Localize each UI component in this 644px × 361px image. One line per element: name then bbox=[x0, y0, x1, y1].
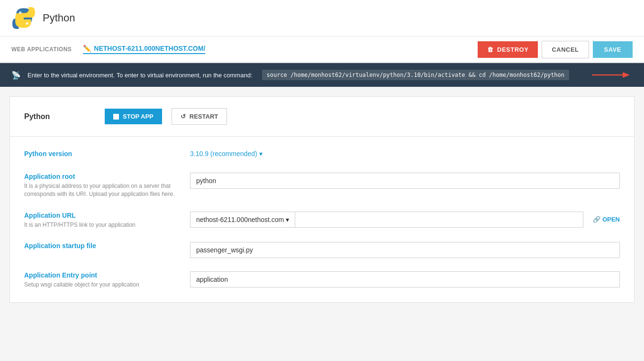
svg-point-0 bbox=[19, 11, 21, 14]
startup-file-label-col: Application startup file bbox=[24, 242, 181, 251]
url-path-input[interactable] bbox=[295, 212, 583, 228]
python-logo-icon bbox=[11, 6, 36, 30]
startup-file-control bbox=[190, 242, 620, 258]
startup-file-input[interactable] bbox=[190, 242, 620, 258]
trash-icon: 🗑 bbox=[487, 46, 494, 53]
app-title: Python bbox=[43, 12, 75, 24]
cancel-button[interactable]: CANCEL bbox=[542, 41, 589, 58]
python-version-label: Python version bbox=[24, 150, 181, 157]
application-url-control: nethost-6211.000nethost.com ▾ 🔗 OPEN bbox=[190, 212, 620, 228]
restart-label: RESTART bbox=[190, 113, 218, 120]
header: Python bbox=[0, 0, 644, 37]
nav-left: WEB APPLICATIONS ✏️ NETHOST-6211.000NETH… bbox=[11, 45, 205, 54]
application-url-label: Application URL bbox=[24, 212, 181, 219]
application-root-control bbox=[190, 173, 620, 189]
application-url-row: Application URL It is an HTTP/HTTPS link… bbox=[24, 212, 620, 229]
application-root-row: Application root It is a physical addres… bbox=[24, 173, 620, 198]
stop-icon bbox=[113, 114, 119, 120]
python-version-select[interactable]: 3.10.9 (recommended) ▾ bbox=[190, 150, 263, 157]
stop-label: STOP APP bbox=[123, 113, 154, 120]
open-url-button[interactable]: 🔗 OPEN bbox=[593, 216, 620, 223]
startup-file-label: Application startup file bbox=[24, 242, 181, 250]
entry-point-input[interactable] bbox=[190, 271, 620, 287]
python-version-value: 3.10.9 (recommended) bbox=[190, 150, 257, 157]
pencil-icon: ✏️ bbox=[83, 45, 91, 52]
destroy-button[interactable]: 🗑 DESTROY bbox=[478, 41, 538, 58]
svg-point-1 bbox=[26, 22, 28, 25]
url-row-controls: nethost-6211.000nethost.com ▾ bbox=[190, 212, 583, 228]
stop-app-button[interactable]: STOP APP bbox=[105, 109, 162, 124]
application-root-input[interactable] bbox=[190, 173, 620, 189]
red-arrow-icon bbox=[592, 70, 630, 80]
restart-button[interactable]: ↺ RESTART bbox=[172, 108, 227, 125]
python-version-label-col: Python version bbox=[24, 150, 181, 159]
application-url-hint: It is an HTTP/HTTPS link to your applica… bbox=[24, 221, 181, 229]
entry-point-hint: Setup wsgi callable object for your appl… bbox=[24, 281, 181, 289]
application-root-label: Application root bbox=[24, 173, 181, 180]
entry-point-label: Application Entry point bbox=[24, 271, 181, 279]
nav-bar: WEB APPLICATIONS ✏️ NETHOST-6211.000NETH… bbox=[0, 37, 644, 63]
svg-marker-3 bbox=[623, 72, 630, 78]
python-version-control: 3.10.9 (recommended) ▾ bbox=[190, 150, 620, 157]
application-root-label-col: Application root It is a physical addres… bbox=[24, 173, 181, 198]
chevron-down-icon: ▾ bbox=[259, 150, 263, 157]
dropdown-arrow-icon: ▾ bbox=[286, 216, 289, 223]
startup-file-row: Application startup file bbox=[24, 242, 620, 258]
app-control-section: Python STOP APP ↺ RESTART bbox=[10, 97, 634, 137]
command-code[interactable]: source /home/monhost62/virtualenv/python… bbox=[262, 70, 570, 80]
application-url-label-col: Application URL It is an HTTP/HTTPS link… bbox=[24, 212, 181, 229]
destroy-label: DESTROY bbox=[497, 46, 528, 53]
url-domain-dropdown[interactable]: nethost-6211.000nethost.com ▾ bbox=[190, 212, 295, 228]
nav-right: 🗑 DESTROY CANCEL SAVE bbox=[478, 41, 633, 58]
python-app-label: Python bbox=[24, 112, 95, 121]
application-root-hint: It is a physical address to your applica… bbox=[24, 182, 181, 198]
url-domain-value: nethost-6211.000nethost.com bbox=[196, 216, 284, 223]
banner-text: Enter to the virtual environment. To ent… bbox=[27, 72, 253, 79]
domain-label: NETHOST-6211.000NETHOST.COM/ bbox=[94, 45, 205, 52]
web-applications-link[interactable]: WEB APPLICATIONS bbox=[11, 46, 72, 53]
info-banner: 📡 Enter to the virtual environment. To e… bbox=[0, 63, 644, 87]
main-content: Python STOP APP ↺ RESTART Python version… bbox=[9, 96, 635, 303]
python-version-row: Python version 3.10.9 (recommended) ▾ bbox=[24, 150, 620, 159]
entry-point-row: Application Entry point Setup wsgi calla… bbox=[24, 271, 620, 289]
entry-point-label-col: Application Entry point Setup wsgi calla… bbox=[24, 271, 181, 289]
fields-section: Python version 3.10.9 (recommended) ▾ Ap… bbox=[10, 137, 634, 302]
entry-point-control bbox=[190, 271, 620, 287]
save-button[interactable]: SAVE bbox=[593, 41, 633, 58]
external-link-icon: 🔗 bbox=[593, 216, 600, 223]
restart-icon: ↺ bbox=[181, 113, 186, 120]
open-label: OPEN bbox=[602, 216, 620, 223]
domain-tab[interactable]: ✏️ NETHOST-6211.000NETHOST.COM/ bbox=[83, 45, 205, 54]
signal-icon: 📡 bbox=[11, 71, 21, 80]
